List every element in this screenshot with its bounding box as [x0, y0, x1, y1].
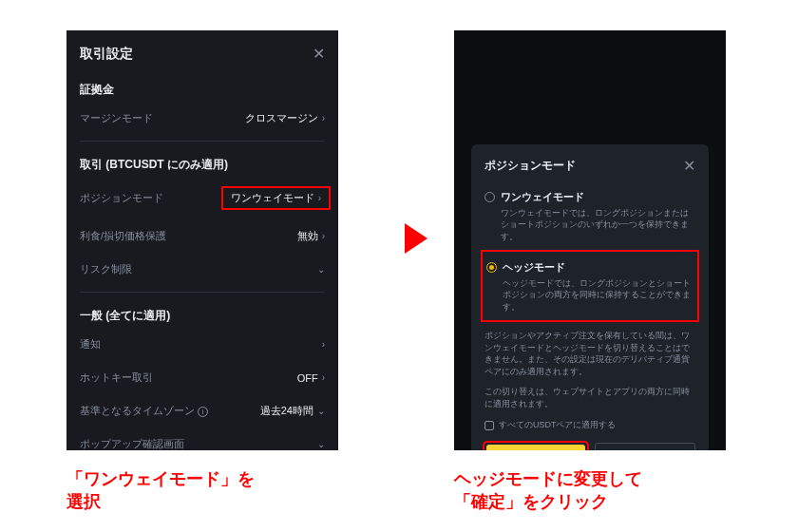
chevron-down-icon: ⌄	[317, 264, 325, 275]
radio-unselected-icon	[484, 192, 495, 202]
hotkey-row[interactable]: ホットキー取引 OFF ›	[66, 361, 338, 394]
modal-note-1: ポジションやアクティブ注文を保有している間は、ワンウェイモードとヘッジモードを切…	[484, 330, 695, 378]
apply-all-label: すべてのUSDTペアに適用する	[499, 419, 617, 431]
divider	[80, 292, 325, 293]
notify-row[interactable]: 通知 ›	[66, 328, 338, 361]
timezone-label: 基準となるタイムゾーンi	[80, 404, 208, 418]
position-mode-label: ポジションモード	[80, 191, 163, 205]
oneway-option[interactable]: ワンウェイモード ワンウェイモードでは、ロングポジションまたはショートポジション…	[484, 185, 695, 250]
close-icon[interactable]: ✕	[683, 159, 695, 174]
margin-mode-label: マージンモード	[80, 111, 153, 125]
hotkey-label: ホットキー取引	[80, 370, 153, 385]
trade-settings-panel: 取引設定 ✕ 証拠金 マージンモード クロスマージン › 取引 (BTCUSDT…	[66, 30, 338, 450]
position-mode-row[interactable]: ポジションモード ワンウェイモード ›	[66, 177, 338, 219]
position-mode-value: ワンウェイモード	[231, 191, 314, 205]
position-mode-modal: ポジションモード ✕ ワンウェイモード ワンウェイモードでは、ロングポジションま…	[471, 144, 709, 450]
close-icon[interactable]: ✕	[313, 47, 325, 62]
popup-confirm-label: ポップアップ確認画面	[80, 437, 184, 450]
timezone-value: 過去24時間	[260, 404, 314, 418]
modal-title: ポジションモード	[484, 158, 576, 174]
oneway-desc: ワンウェイモードでは、ロングポジションまたはショートポジションのいずれか一つを保…	[501, 207, 695, 242]
section-trade: 取引 (BTCUSDT にのみ適用)	[66, 147, 338, 177]
confirm-button[interactable]: 確定	[486, 445, 585, 450]
section-margin: 証拠金	[66, 72, 338, 102]
modal-note-2: この切り替えは、ウェブサイトとアプリの両方に同時に適用されます。	[484, 386, 695, 410]
apply-all-checkbox[interactable]: すべてのUSDTペアに適用する	[484, 419, 695, 431]
caption-left: 「ワンウェイモード」を選択	[66, 467, 255, 514]
hedge-option[interactable]: ヘッジモード ヘッジモードでは、ロングポジションとショートポジションの両方を同時…	[486, 256, 694, 314]
margin-mode-row[interactable]: マージンモード クロスマージン ›	[66, 102, 338, 135]
info-icon: i	[198, 407, 208, 417]
hedge-desc: ヘッジモードでは、ロングポジションとショートポジションの両方を同時に保持すること…	[503, 277, 694, 313]
hedge-name: ヘッジモード	[503, 261, 565, 275]
risk-limit-row[interactable]: リスク制限 ⌄	[66, 253, 338, 286]
hotkey-value: OFF	[297, 372, 318, 384]
price-protect-label: 利食/損切価格保護	[80, 229, 166, 243]
divider	[80, 141, 325, 142]
caption-right: ヘッジモードに変更して「確定」をクリック	[454, 467, 642, 514]
section-general: 一般 (全てに適用)	[66, 298, 338, 328]
popup-confirm-row[interactable]: ポップアップ確認画面 ⌄	[66, 428, 338, 450]
margin-mode-value: クロスマージン	[245, 111, 318, 125]
radio-selected-icon	[486, 262, 497, 273]
checkbox-icon	[484, 421, 494, 430]
timezone-row[interactable]: 基準となるタイムゾーンi 過去24時間 ⌄	[66, 394, 338, 428]
position-mode-panel: ポジションモード ✕ ワンウェイモード ワンウェイモードでは、ロングポジションま…	[454, 30, 726, 450]
cancel-button[interactable]: キャンセル	[595, 443, 695, 450]
arrow-right-icon	[405, 223, 428, 254]
chevron-right-icon: ›	[322, 231, 325, 241]
price-protect-value: 無効	[297, 229, 318, 243]
chevron-right-icon: ›	[322, 339, 325, 350]
chevron-down-icon: ⌄	[317, 406, 325, 416]
chevron-right-icon: ›	[322, 113, 325, 124]
panel-title: 取引設定	[80, 46, 133, 63]
risk-limit-label: リスク制限	[80, 262, 132, 276]
notify-label: 通知	[80, 337, 101, 352]
chevron-right-icon: ›	[322, 372, 325, 383]
chevron-right-icon: ›	[318, 193, 321, 203]
oneway-name: ワンウェイモード	[501, 191, 584, 204]
chevron-down-icon: ⌄	[317, 439, 325, 449]
price-protect-row[interactable]: 利食/損切価格保護 無効 ›	[66, 219, 338, 253]
